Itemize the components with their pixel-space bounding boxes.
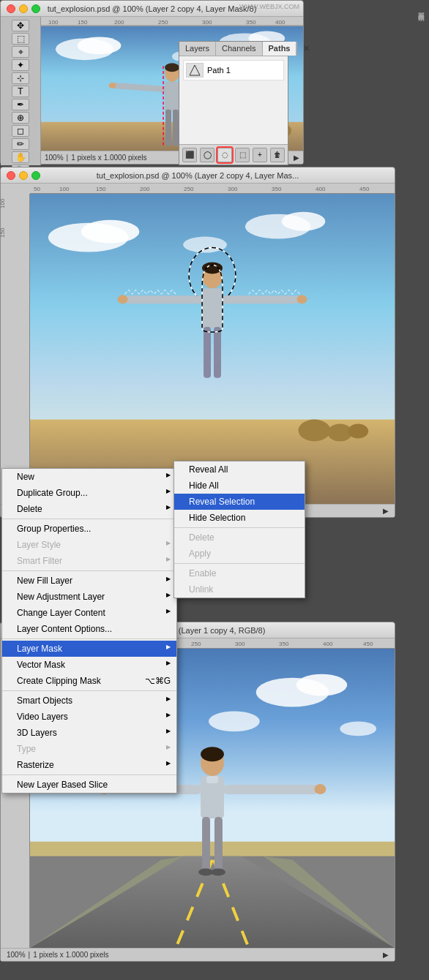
menu-video-layers[interactable]: Video Layers [2, 709, 176, 725]
panel-footer: ⬛ ◯ ◌ ⬚ + 🗑 [179, 144, 288, 165]
svg-point-76 [340, 721, 376, 736]
submenu-unlink: Unlink [174, 581, 305, 598]
svg-rect-92 [214, 817, 223, 872]
svg-point-94 [211, 869, 225, 876]
svg-point-43 [282, 212, 326, 231]
magic-wand-tool[interactable]: ✦ [12, 59, 29, 71]
submenu-apply: Apply [174, 546, 305, 562]
load-selection-btn[interactable]: ◌ [217, 148, 232, 162]
menu-delete[interactable]: Delete [2, 501, 176, 517]
svg-point-75 [209, 711, 260, 731]
make-path-btn[interactable]: ⬚ [235, 148, 250, 162]
menu-duplicate-group[interactable]: Duplicate Group... [2, 485, 176, 501]
menu-group-properties[interactable]: Group Properties... [2, 521, 176, 537]
submenu-reveal-all[interactable]: Reveal All [174, 461, 305, 478]
tab-channels[interactable]: Channels [216, 42, 262, 56]
tab-close[interactable]: ✕ [296, 42, 316, 56]
svg-point-19 [165, 63, 179, 72]
minimize-button-2[interactable] [19, 171, 28, 180]
svg-point-56 [118, 295, 128, 304]
maximize-button[interactable] [31, 4, 40, 13]
title-bar-2: tut_explosion.psd @ 100% (Layer 2 copy 4… [1, 167, 395, 184]
svg-text:100: 100 [48, 19, 59, 26]
svg-text:250: 250 [158, 19, 168, 26]
menu-vector-mask[interactable]: Vector Mask [2, 657, 176, 673]
svg-line-20 [113, 86, 165, 89]
status-3: 1 pixels x 1.0000 pixels [33, 951, 108, 959]
marquee-tool[interactable]: ⬚ [12, 33, 29, 45]
panel-tabs: Layers Channels Paths ✕ [179, 42, 288, 56]
menu-new-layer-based-slice[interactable]: New Layer Based Slice [2, 777, 176, 793]
svg-rect-59 [214, 327, 221, 378]
menu-smart-objects[interactable]: Smart Objects [2, 693, 176, 709]
svg-point-41 [81, 220, 140, 244]
svg-rect-84 [206, 776, 218, 783]
lasso-tool[interactable]: ⌖ [12, 46, 29, 58]
svg-text:150: 150 [1, 227, 6, 238]
menu-new[interactable]: New [2, 469, 176, 485]
ps-toolbar: ✥ ⬚ ⌖ ✦ ⊹ T ✒ ⊕ ◻ ✏ ✋ 🔍 ▣ ◈ [1, 17, 41, 165]
close-button[interactable] [7, 4, 15, 13]
svg-point-57 [297, 295, 307, 304]
close-button-2[interactable] [7, 171, 15, 180]
submenu-hide-selection[interactable]: Hide Selection [174, 510, 305, 526]
svg-rect-77 [30, 842, 395, 856]
sub-sep-1 [174, 527, 305, 528]
menu-new-adjustment-layer[interactable]: New Adjustment Layer [2, 589, 176, 605]
hand-tool[interactable]: ✋ [12, 151, 29, 163]
svg-text:100: 100 [59, 186, 70, 192]
stroke-path-btn[interactable]: ◯ [200, 148, 214, 162]
clone-tool[interactable]: ⊕ [12, 112, 29, 124]
menu-rasterize[interactable]: Rasterize [2, 757, 176, 773]
svg-rect-25 [173, 110, 179, 146]
path-item-1[interactable]: Path 1 [183, 60, 284, 80]
svg-text:300: 300 [202, 19, 212, 26]
submenu-hide-all[interactable]: Hide All [174, 478, 305, 494]
sep-4 [2, 690, 176, 691]
eraser-tool[interactable]: ◻ [12, 125, 29, 137]
svg-rect-91 [202, 817, 210, 872]
svg-text:200: 200 [140, 186, 150, 192]
text-tool[interactable]: T [12, 86, 29, 97]
svg-rect-54 [124, 295, 204, 304]
svg-text:350: 350 [279, 641, 289, 647]
zoom-3: 100% [7, 951, 26, 959]
svg-point-44 [183, 237, 227, 253]
window-title-1: tut_explosion.psd @ 100% (Layer 2 copy 4… [48, 4, 257, 13]
sep-2 [2, 570, 176, 571]
menu-3d-layers[interactable]: 3D Layers [2, 725, 176, 741]
fill-path-btn[interactable]: ⬛ [182, 148, 197, 162]
svg-point-53 [202, 262, 223, 274]
menu-layer-content-options[interactable]: Layer Content Options... [2, 621, 176, 637]
maximize-button-2[interactable] [31, 171, 40, 180]
traffic-lights-1[interactable] [7, 4, 40, 13]
menu-type: Type [2, 741, 176, 757]
menu-layer-mask[interactable]: Layer Mask [2, 641, 176, 657]
brush-tool[interactable]: ✏ [12, 138, 29, 150]
minimize-button[interactable] [19, 4, 28, 13]
svg-point-90 [314, 784, 326, 794]
svg-point-22 [108, 83, 116, 88]
sep-3 [2, 638, 176, 639]
svg-text:450: 450 [359, 186, 370, 192]
delete-path-btn[interactable]: 🗑 [270, 148, 285, 162]
tab-paths[interactable]: Paths [263, 42, 297, 56]
sub-sep-2 [174, 563, 305, 564]
tab-layers[interactable]: Layers [179, 42, 216, 56]
traffic-lights-2[interactable] [7, 171, 40, 180]
svg-text:400: 400 [316, 186, 326, 192]
watermark-text: 网页教学网 [418, 7, 425, 11]
svg-rect-55 [221, 295, 300, 304]
menu-new-fill-layer[interactable]: New Fill Layer [2, 573, 176, 589]
submenu-reveal-selection[interactable]: Reveal Selection [174, 494, 305, 510]
svg-rect-88 [223, 785, 318, 794]
pen-tool[interactable]: ✒ [12, 99, 29, 110]
crop-tool[interactable]: ⊹ [12, 72, 29, 84]
watermark-overlay: 网页教学网 [417, 7, 426, 11]
menu-change-layer-content[interactable]: Change Layer Content [2, 605, 176, 621]
menu-create-clipping-mask[interactable]: Create Clipping Mask ⌥⌘G [2, 673, 176, 689]
new-path-btn[interactable]: + [253, 148, 267, 162]
svg-text:400: 400 [275, 19, 286, 26]
sep-1 [2, 519, 176, 519]
move-tool[interactable]: ✥ [12, 20, 29, 31]
